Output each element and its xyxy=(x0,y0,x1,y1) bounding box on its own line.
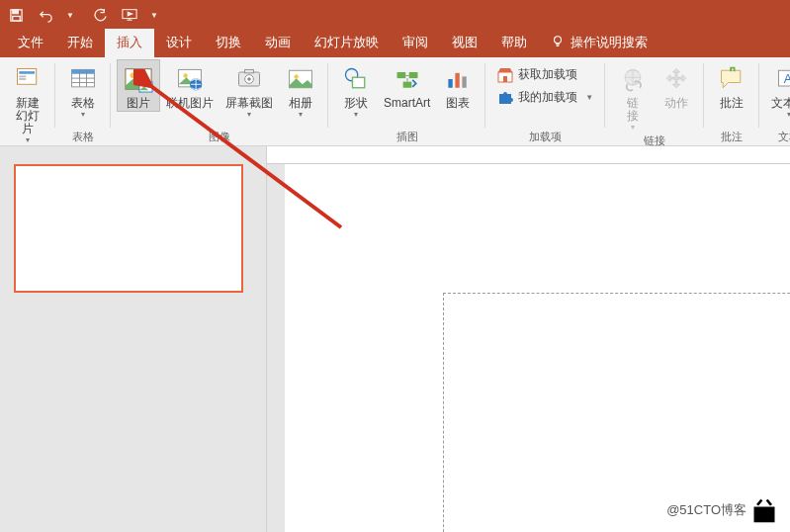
textbox-button[interactable]: A 文本框▾ xyxy=(765,59,790,121)
my-addins-button[interactable]: 我的加载项 ▼ xyxy=(491,86,599,109)
svg-rect-2 xyxy=(12,16,20,21)
shapes-button[interactable]: 形状▾ xyxy=(334,59,378,121)
redo-icon[interactable] xyxy=(90,5,110,25)
group-text-label: 文本 xyxy=(778,130,790,145)
qat-customize-icon[interactable]: ▼ xyxy=(144,5,164,25)
svg-point-20 xyxy=(183,73,187,77)
tab-tell-me[interactable]: 操作说明搜索 xyxy=(539,29,659,57)
group-illustrations: 形状▾ SmartArt 图表 插图 xyxy=(328,57,485,145)
link-icon xyxy=(617,63,649,95)
get-addins-button[interactable]: 获取加载项 xyxy=(491,63,599,86)
ribbon: 新建 幻灯片▾ 幻灯片 表格▾ 表格 图片 xyxy=(0,57,790,146)
group-slides: 新建 幻灯片▾ 幻灯片 xyxy=(0,57,55,145)
get-addins-label: 获取加载项 xyxy=(518,66,577,83)
shapes-label: 形状▾ xyxy=(344,97,368,119)
group-tables-label: 表格 xyxy=(72,130,94,145)
group-images-label: 图像 xyxy=(209,130,230,145)
svg-rect-35 xyxy=(463,76,467,87)
my-addins-label: 我的加载项 xyxy=(518,89,577,106)
new-slide-label: 新建 幻灯片▾ xyxy=(12,97,44,144)
picture-button[interactable]: 图片 xyxy=(117,59,160,112)
slide-thumbnails-pane[interactable] xyxy=(0,146,267,532)
album-icon xyxy=(285,63,316,95)
lightbulb-icon xyxy=(551,35,565,51)
tab-animations[interactable]: 动画 xyxy=(253,29,303,57)
store-icon xyxy=(497,67,513,83)
action-button: 动作 xyxy=(655,59,698,112)
svg-point-4 xyxy=(555,36,562,43)
link-label: 链 接▾ xyxy=(627,97,639,132)
tab-slideshow[interactable]: 幻灯片放映 xyxy=(303,29,391,57)
chart-label: 图表 xyxy=(446,97,470,110)
album-label: 相册▾ xyxy=(289,97,312,119)
group-comments: 批注 批注 xyxy=(704,57,759,145)
svg-line-44 xyxy=(757,500,761,505)
svg-rect-17 xyxy=(139,82,152,92)
smartart-label: SmartArt xyxy=(384,97,430,110)
group-tables: 表格▾ 表格 xyxy=(55,57,111,145)
tab-help[interactable]: 帮助 xyxy=(489,29,539,57)
group-illustrations-label: 插图 xyxy=(396,130,418,145)
comment-button[interactable]: 批注 xyxy=(710,59,753,112)
screenshot-label: 屏幕截图▾ xyxy=(225,97,273,119)
group-comments-label: 批注 xyxy=(721,130,743,145)
tab-review[interactable]: 审阅 xyxy=(391,29,440,57)
link-button: 链 接▾ xyxy=(611,59,655,133)
tab-view[interactable]: 视图 xyxy=(440,29,489,57)
tab-file[interactable]: 文件 xyxy=(6,29,55,57)
ribbon-tabs: 文件 开始 插入 设计 切换 动画 幻灯片放映 审阅 视图 帮助 操作说明搜索 xyxy=(0,30,790,57)
group-addins: 获取加载项 我的加载项 ▼ 加载项 xyxy=(485,57,605,145)
undo-dropdown-icon[interactable]: ▼ xyxy=(60,5,80,25)
picture-icon xyxy=(123,63,154,95)
table-icon xyxy=(67,63,99,95)
svg-rect-8 xyxy=(19,78,26,80)
tab-transitions[interactable]: 切换 xyxy=(204,29,253,57)
svg-rect-33 xyxy=(449,79,453,88)
svg-rect-43 xyxy=(754,507,775,523)
online-picture-button[interactable]: 联机图片 xyxy=(160,59,219,112)
svg-line-45 xyxy=(767,500,771,505)
title-bar: ▼ ▼ xyxy=(0,0,790,30)
watermark-logo-icon xyxy=(750,496,778,524)
svg-point-24 xyxy=(247,77,251,81)
shapes-icon xyxy=(340,63,372,95)
group-images: 图片 联机图片 屏幕截图▾ 相册▾ 图像 xyxy=(111,57,328,145)
svg-rect-25 xyxy=(245,69,254,73)
svg-rect-37 xyxy=(503,76,507,82)
undo-icon[interactable] xyxy=(36,5,55,25)
svg-rect-7 xyxy=(19,76,26,78)
album-button[interactable]: 相册▾ xyxy=(279,59,322,121)
startshow-icon[interactable] xyxy=(120,5,139,25)
svg-rect-29 xyxy=(353,77,365,88)
group-links: 链 接▾ 动作 链接 xyxy=(605,57,704,145)
watermark: @51CTO博客 xyxy=(666,496,778,524)
textbox-icon: A xyxy=(773,63,790,95)
svg-rect-31 xyxy=(408,72,417,78)
online-picture-label: 联机图片 xyxy=(166,97,214,110)
tab-design[interactable]: 设计 xyxy=(154,29,204,57)
textbox-label: 文本框▾ xyxy=(771,97,790,119)
save-icon[interactable] xyxy=(6,5,26,25)
smartart-button[interactable]: SmartArt xyxy=(378,59,436,112)
chart-button[interactable]: 图表 xyxy=(436,59,480,112)
watermark-text: @51CTO博客 xyxy=(666,501,746,519)
svg-rect-10 xyxy=(72,69,95,73)
comment-icon xyxy=(716,63,747,95)
slide-canvas-pane[interactable] xyxy=(267,146,790,532)
comment-label: 批注 xyxy=(720,97,744,110)
action-label: 动作 xyxy=(664,97,688,110)
smartart-icon xyxy=(392,63,423,95)
action-icon xyxy=(660,63,692,95)
slide-thumbnail-1[interactable] xyxy=(14,164,243,293)
table-button[interactable]: 表格▾ xyxy=(61,59,105,121)
svg-rect-30 xyxy=(396,72,405,78)
screenshot-button[interactable]: 屏幕截图▾ xyxy=(219,59,279,121)
table-label: 表格▾ xyxy=(71,97,95,119)
group-addins-label: 加载项 xyxy=(529,130,562,145)
tab-home[interactable]: 开始 xyxy=(55,29,105,57)
slide-canvas[interactable] xyxy=(285,164,790,532)
puzzle-icon xyxy=(497,90,513,106)
svg-point-27 xyxy=(294,74,298,78)
new-slide-button[interactable]: 新建 幻灯片▾ xyxy=(6,59,49,146)
tab-insert[interactable]: 插入 xyxy=(105,29,154,57)
